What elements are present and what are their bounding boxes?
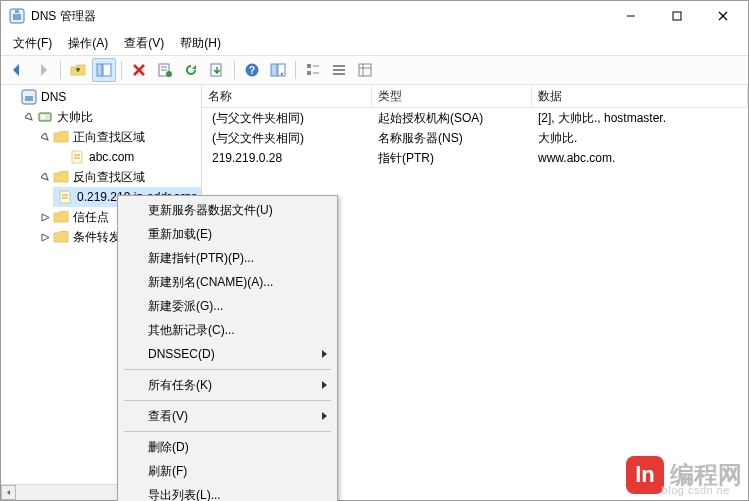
cell-text: (与父文件夹相同) xyxy=(212,130,304,147)
cell-name: (与父文件夹相同) xyxy=(202,130,372,147)
svg-rect-31 xyxy=(25,96,33,101)
cm-reload[interactable]: 重新加载(E) xyxy=(120,222,335,246)
svg-point-14 xyxy=(166,71,172,77)
cm-new-ptr[interactable]: 新建指针(PTR)(P)... xyxy=(120,246,335,270)
cell-text: (与父文件夹相同) xyxy=(212,110,304,127)
cm-update-server-data-file[interactable]: 更新服务器数据文件(U) xyxy=(120,198,335,222)
menu-file[interactable]: 文件(F) xyxy=(5,33,60,54)
zone-icon xyxy=(69,149,85,165)
window-title: DNS 管理器 xyxy=(31,8,608,25)
toolbar: ? xyxy=(1,55,748,85)
zone-icon xyxy=(57,189,73,205)
svg-rect-8 xyxy=(103,64,111,76)
svg-rect-33 xyxy=(41,115,45,119)
new-record-button[interactable] xyxy=(153,58,177,82)
tree-label: 大帅比 xyxy=(55,109,95,126)
tree-expander-icon[interactable] xyxy=(39,131,51,143)
list-header: 名称 类型 数据 xyxy=(202,85,748,108)
tree-forward-zones[interactable]: 正向查找区域 xyxy=(37,127,201,147)
tree-server[interactable]: 大帅比 xyxy=(21,107,201,127)
cell-type: 指针(PTR) xyxy=(372,150,532,167)
tree-label: 反向查找区域 xyxy=(71,169,147,186)
minimize-button[interactable] xyxy=(608,1,654,31)
tree-label: 信任点 xyxy=(71,209,111,226)
view-icons-button[interactable] xyxy=(301,58,325,82)
svg-rect-27 xyxy=(359,64,371,76)
tree-reverse-zones[interactable]: 反向查找区域 xyxy=(37,167,201,187)
folder-icon xyxy=(53,229,69,245)
content-area: DNS 大帅比 xyxy=(1,85,748,500)
svg-rect-20 xyxy=(307,64,311,68)
scroll-left-button[interactable] xyxy=(1,485,16,500)
column-header-name[interactable]: 名称 xyxy=(202,85,372,107)
cell-data: 大帅比. xyxy=(532,130,748,147)
svg-rect-1 xyxy=(13,14,21,20)
cm-other-new-records[interactable]: 其他新记录(C)... xyxy=(120,318,335,342)
cell-type: 名称服务器(NS) xyxy=(372,130,532,147)
toolbar-separator xyxy=(234,61,235,79)
toolbar-separator xyxy=(60,61,61,79)
toggle-tree-button[interactable] xyxy=(92,58,116,82)
help-button[interactable]: ? xyxy=(240,58,264,82)
svg-text:?: ? xyxy=(249,65,255,76)
server-icon xyxy=(37,109,53,125)
cm-separator xyxy=(124,431,331,432)
cm-all-tasks[interactable]: 所有任务(K) xyxy=(120,373,335,397)
tree-expander-icon[interactable] xyxy=(23,111,35,123)
svg-rect-4 xyxy=(673,12,681,20)
cm-delete[interactable]: 删除(D) xyxy=(120,435,335,459)
view-list-button[interactable] xyxy=(327,58,351,82)
app-icon xyxy=(9,8,25,24)
svg-rect-18 xyxy=(271,64,277,76)
cell-name: 219.219.0.28 xyxy=(202,151,372,165)
folder-icon xyxy=(53,129,69,145)
list-rows: (与父文件夹相同) 起始授权机构(SOA) [2], 大帅比., hostmas… xyxy=(202,108,748,168)
cm-new-delegation[interactable]: 新建委派(G)... xyxy=(120,294,335,318)
cm-refresh[interactable]: 刷新(F) xyxy=(120,459,335,483)
cm-separator xyxy=(124,369,331,370)
folder-icon xyxy=(53,169,69,185)
column-header-data[interactable]: 数据 xyxy=(532,85,748,107)
view-detail-button[interactable] xyxy=(353,58,377,82)
up-level-button[interactable] xyxy=(66,58,90,82)
zone-context-menu: 更新服务器数据文件(U) 重新加载(E) 新建指针(PTR)(P)... 新建别… xyxy=(117,195,338,501)
cm-dnssec[interactable]: DNSSEC(D) xyxy=(120,342,335,366)
window-controls xyxy=(608,1,746,31)
folder-icon xyxy=(53,209,69,225)
tree-expander-icon[interactable] xyxy=(39,171,51,183)
cm-new-cname[interactable]: 新建别名(CNAME)(A)... xyxy=(120,270,335,294)
refresh-button[interactable] xyxy=(179,58,203,82)
filter-pane-button[interactable] xyxy=(266,58,290,82)
menu-action[interactable]: 操作(A) xyxy=(60,33,116,54)
tree-zone-abc-com[interactable]: abc.com xyxy=(53,147,201,167)
column-header-type[interactable]: 类型 xyxy=(372,85,532,107)
export-button[interactable] xyxy=(205,58,229,82)
record-row[interactable]: (与父文件夹相同) 名称服务器(NS) 大帅比. xyxy=(202,128,748,148)
dns-manager-window: DNS 管理器 文件(F) 操作(A) 查看(V) 帮助(H) ? xyxy=(0,0,749,501)
svg-rect-21 xyxy=(307,71,311,75)
close-button[interactable] xyxy=(700,1,746,31)
toolbar-separator xyxy=(121,61,122,79)
cell-data: [2], 大帅比., hostmaster. xyxy=(532,110,748,127)
cm-view[interactable]: 查看(V) xyxy=(120,404,335,428)
menu-help[interactable]: 帮助(H) xyxy=(172,33,229,54)
delete-button[interactable] xyxy=(127,58,151,82)
tree-label: 正向查找区域 xyxy=(71,129,147,146)
nav-back-button[interactable] xyxy=(5,58,29,82)
record-row[interactable]: (与父文件夹相同) 起始授权机构(SOA) [2], 大帅比., hostmas… xyxy=(202,108,748,128)
record-row[interactable]: 219.219.0.28 指针(PTR) www.abc.com. xyxy=(202,148,748,168)
cm-separator xyxy=(124,400,331,401)
title-bar: DNS 管理器 xyxy=(1,1,748,31)
maximize-button[interactable] xyxy=(654,1,700,31)
cm-export-list[interactable]: 导出列表(L)... xyxy=(120,483,335,501)
tree-expander-icon[interactable] xyxy=(39,231,51,243)
tree-label: abc.com xyxy=(87,150,136,164)
cell-data: www.abc.com. xyxy=(532,151,748,165)
menu-view[interactable]: 查看(V) xyxy=(116,33,172,54)
tree-expander-icon[interactable] xyxy=(39,211,51,223)
tree-label: DNS xyxy=(39,90,68,104)
menu-bar: 文件(F) 操作(A) 查看(V) 帮助(H) xyxy=(1,31,748,55)
nav-forward-button[interactable] xyxy=(31,58,55,82)
tree-root-dns[interactable]: DNS xyxy=(5,87,201,107)
cell-text: 219.219.0.28 xyxy=(212,151,282,165)
